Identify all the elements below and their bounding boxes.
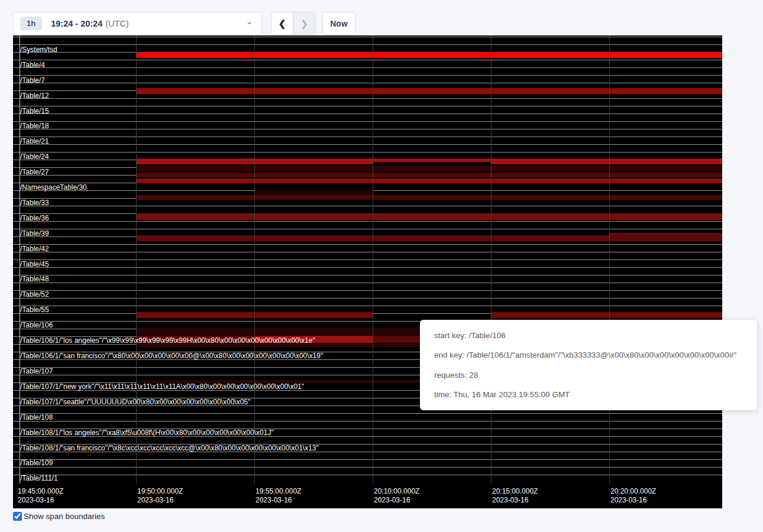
heat-band	[136, 195, 722, 200]
span-boundary-line	[13, 298, 722, 299]
time-axis-label: 20:15:00.000Z	[492, 487, 538, 496]
span-boundary-line	[13, 421, 722, 421]
span-boundary-line	[13, 221, 722, 222]
span-boundary-line	[13, 137, 722, 137]
time-axis-label: 19:45:00.000Z	[18, 487, 63, 496]
heat-band	[373, 158, 491, 162]
span-boundary-line	[13, 98, 722, 99]
span-boundary-line	[13, 459, 722, 460]
span-boundary-line	[13, 152, 722, 153]
span-key-label: /Table/107	[20, 367, 53, 375]
time-axis-date-label: 2023-03-16	[137, 496, 173, 505]
span-key-label: /Table/108/1/"san francisco"/"\x8c\xcc\x…	[20, 444, 319, 452]
heat-band	[609, 233, 722, 241]
show-span-boundaries-label: Show span boundaries	[24, 512, 105, 521]
span-key-label: /Table/4	[20, 61, 45, 69]
span-key-label: /Table/24	[20, 153, 49, 161]
time-zone-text: (UTC)	[105, 19, 128, 28]
time-range-dropdown[interactable]: 1h 19:24 - 20:24 (UTC) ⌄	[13, 12, 262, 35]
span-key-label: /Table/15	[20, 107, 49, 115]
span-boundary-line	[13, 83, 722, 83]
span-boundary-line	[13, 244, 722, 245]
key-visualizer-canvas[interactable]: /System/tsd/Table/4/Table/7/Table/12/Tab…	[13, 35, 722, 508]
span-key-label: /Table/27	[20, 168, 49, 176]
span-boundary-line	[13, 229, 722, 229]
span-key-label: /NamespaceTable/30	[20, 183, 87, 192]
span-boundary-line	[13, 252, 722, 252]
time-axis-label: 19:50:00.000Z	[137, 487, 183, 496]
tooltip-requests: requests: 28	[434, 371, 743, 379]
span-key-label: /Table/108/1/"los angeles"/"\xa8\xf5\u00…	[20, 429, 274, 437]
time-nav-group: ❮ ❯	[271, 12, 316, 35]
span-key-label: /Table/48	[20, 275, 49, 283]
span-boundary-line	[13, 144, 722, 145]
heat-band	[136, 213, 722, 220]
span-key-label: /Table/109	[20, 459, 53, 467]
span-key-label: /Table/39	[20, 229, 49, 238]
span-key-label: /Table/12	[20, 92, 49, 100]
time-axis-date-label: 2023-03-16	[18, 496, 54, 505]
span-boundary-line	[13, 121, 722, 122]
span-key-label: /Table/106/1/"san francisco"/"\x80\x00\x…	[20, 352, 323, 360]
span-boundary-line	[13, 467, 722, 468]
tooltip-end-key: end key: /Table/106/1/"amsterdam"/"\xb33…	[434, 351, 743, 359]
heat-band	[254, 190, 373, 195]
span-boundary-line	[13, 106, 722, 106]
span-key-label: /Table/55	[20, 306, 49, 314]
time-gridline	[609, 35, 610, 484]
span-key-label: /Table/107/1/"seattle"/"UUUUUUD\x00\x80\…	[20, 398, 250, 406]
span-boundary-line	[13, 475, 722, 475]
span-boundary-line	[13, 37, 722, 37]
time-axis-label: 19:55:00.000Z	[256, 487, 301, 496]
span-key-label: /System/tsd	[20, 46, 57, 54]
span-key-label: /Table/106	[20, 321, 53, 329]
chevron-left-icon: ❮	[279, 18, 286, 29]
tooltip-time: time: Thu, 16 Mar 2023 19:55:00 GMT	[434, 390, 743, 399]
span-boundary-line	[13, 259, 722, 260]
chevron-down-icon: ⌄	[245, 16, 253, 27]
span-boundary-line	[13, 75, 722, 76]
show-span-boundaries-row: Show span boundaries	[13, 512, 105, 521]
heat-band	[136, 52, 722, 58]
span-key-label: /Table/36	[20, 214, 49, 222]
time-gridline	[373, 35, 373, 484]
span-boundary-line	[13, 67, 722, 68]
span-key-label: /Table/52	[20, 290, 49, 299]
time-axis-date-label: 2023-03-16	[256, 496, 292, 505]
time-preset-badge: 1h	[20, 17, 42, 30]
time-gridline	[136, 35, 137, 484]
next-time-button[interactable]: ❯	[293, 12, 316, 35]
span-key-label: /Table/7	[20, 76, 45, 85]
span-boundary-line	[13, 275, 722, 275]
span-key-label: /Table/42	[20, 245, 49, 253]
span-key-label: /Table/107/1/"new york"/"\x11\x11\x11\x1…	[20, 382, 304, 391]
heat-band	[136, 179, 722, 183]
heat-band	[136, 88, 722, 94]
span-boundary-line	[13, 206, 722, 206]
time-axis-date-label: 2023-03-16	[610, 496, 646, 505]
time-range-text: 19:24 - 20:24	[51, 19, 102, 28]
span-boundary-line	[13, 60, 722, 60]
prev-time-button[interactable]: ❮	[271, 12, 293, 35]
span-key-label: /Table/33	[20, 199, 49, 207]
span-key-label: /Table/45	[20, 260, 49, 268]
time-gridline	[491, 35, 492, 484]
span-boundary-line	[13, 267, 722, 268]
heat-band	[491, 158, 722, 164]
span-boundary-line	[13, 290, 722, 291]
chevron-right-icon: ❯	[300, 18, 308, 29]
heat-band	[136, 166, 722, 172]
heat-band	[491, 312, 722, 318]
hover-tooltip: start key: /Table/106 end key: /Table/10…	[420, 320, 757, 410]
span-boundary-line	[13, 306, 722, 306]
span-boundary-line	[13, 283, 722, 283]
now-button[interactable]: Now	[322, 12, 355, 35]
time-axis-date-label: 2023-03-16	[374, 496, 410, 505]
span-boundary-line	[13, 44, 722, 45]
time-axis-label: 20:20:00.000Z	[610, 487, 656, 496]
span-key-label: /Table/21	[20, 137, 49, 145]
tooltip-start-key: start key: /Table/106	[434, 331, 743, 340]
heat-band	[136, 173, 722, 177]
show-span-boundaries-checkbox[interactable]	[13, 512, 22, 521]
span-boundary-line	[13, 113, 722, 114]
